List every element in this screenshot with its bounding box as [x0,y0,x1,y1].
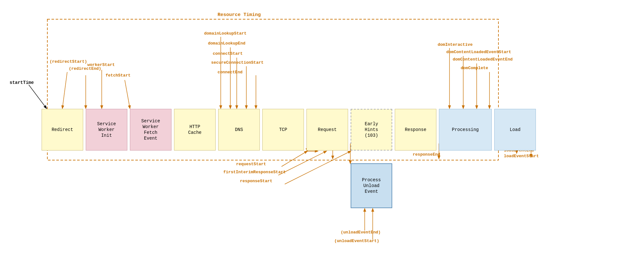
box-sw-fetch: Service Worker Fetch Event [130,109,171,151]
label-domainlookupend: domainLookupEnd [208,41,245,46]
box-dns: DNS [218,109,260,151]
box-redirect: Redirect [42,109,83,151]
label-dominteractive: domInteractive [438,42,473,47]
label-connectstart: connectStart [213,51,243,56]
label-starttime: startTime [10,80,34,85]
box-processing: Processing [439,109,492,151]
label-secureconnectionstart: secureConnectionStart [211,60,264,65]
label-domcomplete: domComplete [461,66,488,70]
box-process-unload: Process Unload Event [351,163,392,208]
diagram-container: Resource Timing startTime (redirectStart… [0,0,644,277]
box-sw-init: Service Worker Init [86,109,127,151]
resource-timing-label: Resource Timing [218,12,261,18]
label-redirectstart: (redirectStart) [50,59,87,64]
label-unloadeventstart: (unloadEventStart) [334,239,379,243]
label-domcontentloadedeventend: domContentLoadedEventEnd [453,57,513,62]
svg-line-29 [285,151,351,184]
box-tcp: TCP [262,109,304,151]
label-responsestart: responseStart [240,179,272,183]
box-response: Response [395,109,436,151]
label-connectend: connectEnd [218,70,242,75]
label-firstinterimresponsestart: firstInterimResponseStart [223,170,286,175]
box-early-hints: Early Hints (103) [351,109,392,151]
label-unloadeventend: (unloadEventEnd) [341,230,381,235]
svg-line-5 [125,80,130,108]
box-http-cache: HTTP Cache [174,109,216,151]
svg-line-27 [282,151,307,167]
label-domainlookupstart: domainLookupStart [204,31,247,36]
label-fetchstart: fetchStart [106,73,131,78]
label-loadeventstart: loadEventStart [504,154,539,159]
svg-line-1 [29,85,46,108]
label-responseend: responseEnd [413,152,440,157]
label-domcontentloadedeventstart: domContentLoadedEventStart [446,50,511,54]
label-requeststart: requestStart [236,162,266,167]
svg-line-2 [62,72,67,108]
box-request: Request [306,109,348,151]
box-load: Load [494,109,536,151]
label-workerstart: workerStart [87,62,115,67]
